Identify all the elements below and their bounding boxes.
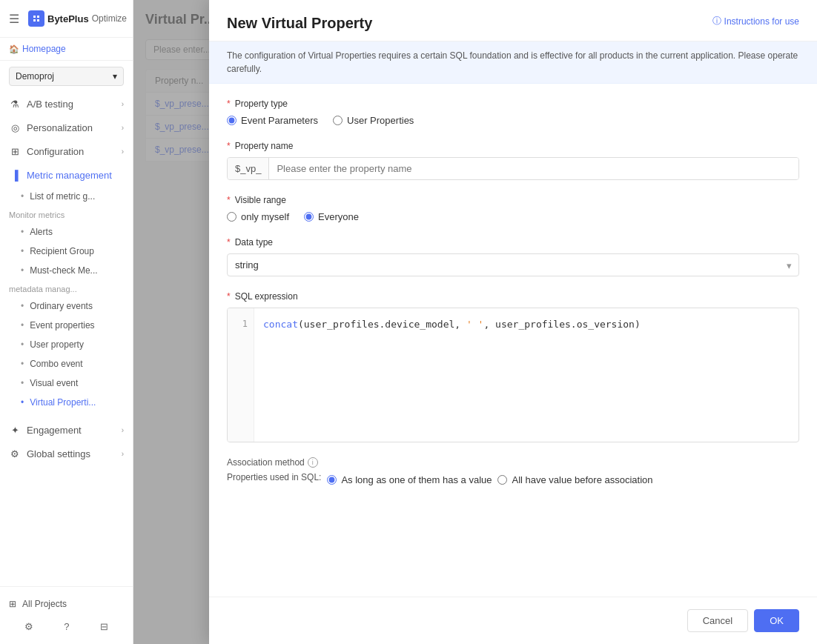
sidebar-item-ab-testing[interactable]: ⚗ A/B testing › [0,92,133,116]
metadata-section-label: metadata manag... [0,280,133,296]
all-have-value-option[interactable]: All have value before association [497,474,652,485]
home-label[interactable]: Homepage [22,44,66,54]
sidebar-item-must-check-me[interactable]: Must-check Me... [0,261,133,280]
all-projects-label: All Projects [22,599,67,609]
event-parameters-radio[interactable] [227,116,236,125]
sql-expression-label: * SQL expression [227,291,799,302]
everyone-option[interactable]: Everyone [304,211,359,222]
sidebar-footer: ⊞ All Projects ⚙ ? ⊟ [0,586,133,644]
sub-item-label: Virtual Properti... [30,397,96,408]
sidebar-item-personalization[interactable]: ◎ Personalization › [0,116,133,139]
association-method-section: Association method i Properties used in … [227,457,799,487]
info-icon: i [308,457,318,468]
everyone-label: Everyone [318,211,359,222]
all-have-value-radio[interactable] [497,475,507,485]
help-icon[interactable]: ? [64,621,69,632]
sidebar-item-configuration[interactable]: ⊞ Configuration › [0,139,133,163]
sub-item-label: Ordinary events [30,301,93,311]
dialog-description: The configuration of Virtual Properties … [209,42,817,84]
brand-name: BytePlus [47,13,89,24]
chevron-icon: › [122,450,124,458]
sql-rest: , user_profiles.os_version) [483,319,640,330]
sub-item-label: Recipient Group [30,246,94,256]
home-nav[interactable]: 🏠 Homepage [0,38,133,61]
sidebar-item-combo-event[interactable]: Combo event [0,354,133,374]
sql-editor-body: 1 concat(user_profiles.device_model, ' '… [228,308,798,442]
property-name-label: * Property name [227,141,799,151]
association-row: Properties used in SQL: As long as one o… [227,472,799,487]
footer-icons: ⚙ ? ⊟ [0,615,133,638]
cancel-button[interactable]: Cancel [687,609,748,632]
visible-range-section: * Visible range only myself Everyone [227,195,799,222]
gear-icon: ⚙ [9,448,21,459]
all-have-value-label: All have value before association [512,474,652,485]
user-properties-option[interactable]: User Properties [333,115,414,126]
sub-item-label: Combo event [30,359,82,369]
sidebar-item-event-properties[interactable]: Event properties [0,316,133,335]
chevron-icon: › [122,100,124,108]
property-name-input[interactable] [269,158,798,179]
sidebar-item-recipient-group[interactable]: Recipient Group [0,242,133,261]
chevron-icon: › [122,426,124,434]
data-type-select[interactable]: string int float bool [227,253,799,276]
sql-code-area[interactable]: concat(user_profiles.device_model, ' ', … [254,308,798,442]
ok-button[interactable]: OK [754,609,799,632]
dropdown-chevron-icon: ▾ [113,71,117,82]
everyone-radio[interactable] [304,212,314,222]
sidebar-item-virtual-properties[interactable]: Virtual Properti... [0,393,133,412]
user-properties-radio[interactable] [333,116,343,125]
nav-label: Engagement [27,425,82,436]
new-virtual-property-dialog: New Virtual Property ⓘ Instructions for … [209,0,817,644]
info-circle-icon: ⓘ [712,15,721,27]
nav-label: A/B testing [27,99,73,110]
only-myself-label: only myself [241,211,289,222]
sidebar-item-user-property[interactable]: User property [0,335,133,354]
sub-item-label: List of metric g... [30,191,95,202]
property-name-prefix: $_vp_ [228,158,269,179]
as-long-as-radio[interactable] [327,475,337,485]
only-myself-radio[interactable] [227,212,236,222]
sidebar-item-global-settings[interactable]: ⚙ Global settings › [0,442,133,465]
sidebar-item-alerts[interactable]: Alerts [0,222,133,242]
chart-bar-icon: ▐ [9,169,21,181]
hamburger-icon[interactable]: ☰ [9,12,19,26]
dialog-footer: Cancel OK [209,597,817,644]
sql-paren-open: (user_profiles.device_model, [298,319,466,330]
only-myself-option[interactable]: only myself [227,211,289,222]
data-type-dropdown-wrap: string int float bool [227,253,799,276]
required-marker: * [227,99,231,109]
byteplus-logo [28,10,44,27]
sql-editor[interactable]: 1 concat(user_profiles.device_model, ' '… [227,308,799,442]
layout-icon[interactable]: ⊟ [100,621,108,632]
flask-icon: ⚗ [9,98,21,110]
all-projects-link[interactable]: ⊞ All Projects [0,593,133,615]
sql-props-label: Properties used in SQL: [227,472,321,482]
project-dropdown[interactable]: Demoproj ▾ [9,67,124,86]
sidebar-item-ordinary-events[interactable]: Ordinary events [0,296,133,316]
sidebar: ☰ BytePlus Optimize 🏠 Homepage Demoproj … [0,0,133,644]
sub-item-label: Visual event [30,378,78,388]
as-long-as-option[interactable]: As long as one of them has a value [327,474,492,485]
sidebar-item-list-of-metric[interactable]: List of metric g... [0,187,133,206]
sub-item-label: Event properties [30,320,94,331]
dialog-title: New Virtual Property [227,15,372,32]
settings-icon[interactable]: ⚙ [24,621,33,632]
visible-range-label: * Visible range [227,195,799,205]
chevron-icon: › [122,147,124,156]
sidebar-header: ☰ BytePlus Optimize [0,0,133,38]
event-parameters-option[interactable]: Event Parameters [227,115,318,126]
nav-label: Configuration [27,146,84,157]
home-icon: 🏠 [9,44,19,54]
association-method-label: Association method i [227,457,799,468]
property-type-label: * Property type [227,99,799,109]
sql-expression-section: * SQL expression 1 concat(user_profiles.… [227,291,799,442]
sidebar-item-visual-event[interactable]: Visual event [0,374,133,393]
sidebar-item-metric-management[interactable]: ▐ Metric management [0,163,133,187]
property-name-input-wrap: $_vp_ [227,157,799,180]
sidebar-item-engagement[interactable]: ✦ Engagement › [0,418,133,442]
instructions-link[interactable]: ⓘ Instructions for use [712,15,799,27]
dialog-overlay: New Virtual Property ⓘ Instructions for … [133,0,817,644]
instructions-label: Instructions for use [724,16,799,27]
sub-item-label: Alerts [30,227,53,237]
property-type-section: * Property type Event Parameters User Pr… [227,99,799,126]
